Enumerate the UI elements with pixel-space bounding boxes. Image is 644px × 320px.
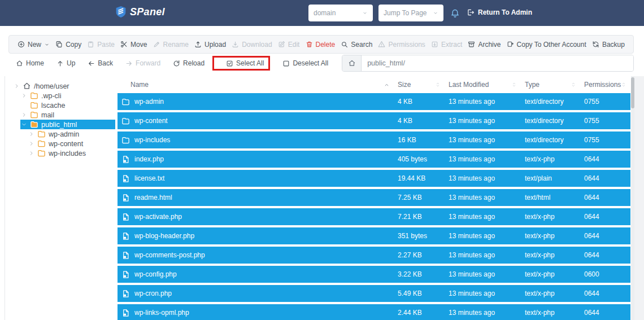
file-name: readme.html <box>134 194 172 201</box>
cell-size: 19.44 KB <box>398 174 449 182</box>
cell-permissions: 0644 <box>584 213 630 221</box>
file-row-wp-admin[interactable]: wp-admin4 KB13 minutes agotext/directory… <box>118 93 630 110</box>
cell-name: wp-includes <box>118 136 398 144</box>
expand-toggle[interactable] <box>28 141 34 146</box>
file-row-license-txt[interactable]: license.txt19.44 KB13 minutes agotext/pl… <box>118 170 630 187</box>
cell-file-type: text/html <box>525 194 584 201</box>
nav-label-up: Up <box>67 59 75 67</box>
nav-button-reload[interactable]: Reload <box>173 59 204 67</box>
toolbar-button-backup[interactable]: Backup <box>592 41 625 49</box>
chevron-right-icon <box>29 131 34 137</box>
file-icon <box>121 290 130 298</box>
file-row-index-php[interactable]: index.php405 bytes13 minutes agotext/x-p… <box>118 151 630 168</box>
current-path-input[interactable] <box>362 55 633 71</box>
toolbar-button-edit[interactable]: Edit <box>278 41 300 49</box>
nav-button-home[interactable]: Home <box>16 59 44 67</box>
domain-select[interactable]: domain <box>308 5 373 21</box>
toolbar-button-extract[interactable]: Extract <box>431 41 462 49</box>
jump-to-page-select[interactable]: Jump To Page <box>378 5 443 21</box>
toolbar-button-rename[interactable]: Rename <box>153 41 189 49</box>
toolbar-button-copy[interactable]: Copy <box>55 41 81 49</box>
toolbar-button-delete[interactable]: Delete <box>306 41 336 49</box>
toolbar-label-edit: Edit <box>288 41 300 49</box>
sort-icon <box>621 82 626 87</box>
toolbar-label-rename: Rename <box>163 41 189 49</box>
file-row-wp-includes[interactable]: wp-includes16 KB13 minutes agotext/direc… <box>118 131 630 148</box>
tree-item-public-html[interactable]: public_html <box>5 120 115 129</box>
toolbar-button-search[interactable]: Search <box>341 41 372 49</box>
toolbar-label-archive: Archive <box>478 41 501 49</box>
tree-item-home-user[interactable]: /home/user <box>5 81 115 91</box>
toolbar-button-archive[interactable]: Archive <box>468 41 501 49</box>
toolbar-button-paste[interactable]: Paste <box>87 41 115 49</box>
tree-item-body: /home/user <box>13 81 115 91</box>
chevron-right-icon <box>21 93 27 98</box>
column-header-permissions[interactable]: Permissions <box>584 81 630 89</box>
notifications-bell-button[interactable] <box>450 8 460 20</box>
tree-item-wp-content[interactable]: wp-content <box>5 139 115 148</box>
file-name: wp-content <box>134 117 168 125</box>
expand-toggle[interactable] <box>20 112 27 117</box>
expand-toggle[interactable] <box>28 131 34 137</box>
expand-toggle[interactable] <box>20 93 27 98</box>
tree-item-lscache[interactable]: lscache <box>5 100 115 110</box>
extract-icon <box>431 41 438 48</box>
column-header-last-modified[interactable]: Last Modified <box>449 81 525 89</box>
expand-toggle[interactable] <box>13 84 20 89</box>
nav-button-forward[interactable]: Forward <box>125 59 160 67</box>
file-row-wp-links-opml-php[interactable]: wp-links-opml.php2.44 KB13 minutes agote… <box>118 304 630 320</box>
expand-toggle[interactable] <box>28 151 34 156</box>
collapse-toggle[interactable] <box>20 122 27 127</box>
folder-icon <box>37 130 46 138</box>
chevron-down-icon <box>21 122 27 127</box>
search-icon <box>341 41 348 48</box>
cell-last-modified: 13 minutes ago <box>449 194 525 201</box>
cell-permissions: 0600 <box>584 270 630 278</box>
cell-last-modified: 13 minutes ago <box>449 117 525 125</box>
chevron-right-icon <box>21 112 27 117</box>
chevron-right-icon <box>29 151 34 156</box>
nav-button-back[interactable]: Back <box>88 59 113 67</box>
file-row-wp-comments-post-php[interactable]: wp-comments-post.php2.27 KB13 minutes ag… <box>118 247 630 264</box>
toolbar-button-download[interactable]: Download <box>232 41 272 49</box>
folder-icon <box>30 91 38 100</box>
nav-button-up[interactable]: Up <box>56 59 75 67</box>
toolbar-button-permissions[interactable]: Permissions <box>378 41 425 49</box>
file-row-wp-blog-header-php[interactable]: wp-blog-header.php351 bytes13 minutes ag… <box>118 227 630 244</box>
chevron-down-icon <box>362 10 368 16</box>
tree-item-wp-cli[interactable]: .wp-cli <box>5 91 115 100</box>
toolbar-label-extract: Extract <box>441 41 462 49</box>
nav-button-deselect-all[interactable]: Deselect All <box>282 59 328 67</box>
cell-name: license.txt <box>118 174 398 183</box>
toolbar-button-copy-to-other-account[interactable]: Copy To Other Account <box>507 41 586 49</box>
column-header-type[interactable]: Type <box>525 81 584 89</box>
reload-icon <box>173 60 180 67</box>
file-row-wp-config-php[interactable]: wp-config.php3.22 KB13 minutes agotext/x… <box>118 266 630 283</box>
tree-item-wp-admin[interactable]: wp-admin <box>5 129 115 139</box>
file-name: wp-activate.php <box>134 213 182 221</box>
cell-size: 351 bytes <box>398 232 449 240</box>
nav-button-select-all[interactable]: Select All <box>226 59 264 67</box>
tree-item-label: mail <box>41 111 54 119</box>
cell-name: wp-links-opml.php <box>118 309 398 317</box>
toolbar-button-new[interactable]: New <box>18 41 50 49</box>
file-row-wp-cron-php[interactable]: wp-cron.php5.49 KB13 minutes agotext/x-p… <box>118 285 630 302</box>
return-to-admin-button[interactable]: Return To Admin <box>467 8 532 16</box>
tree-item-mail[interactable]: mail <box>5 110 115 120</box>
plus-circle-icon <box>18 41 25 48</box>
file-row-wp-content[interactable]: wp-content4 KB13 minutes agotext/directo… <box>118 112 630 129</box>
sort-asc-icon <box>384 82 390 88</box>
toolbar-button-upload[interactable]: Upload <box>194 41 226 49</box>
chevron-down-icon <box>44 42 50 47</box>
file-row-readme-html[interactable]: readme.html7.25 KB13 minutes agotext/htm… <box>118 189 630 206</box>
archive-icon <box>468 41 475 48</box>
cell-name: wp-comments-post.php <box>118 251 398 260</box>
column-header-name[interactable]: Name <box>118 81 398 89</box>
file-row-wp-activate-php[interactable]: wp-activate.php7.21 KB13 minutes agotext… <box>118 208 630 225</box>
tree-item-wp-includes[interactable]: wp-includes <box>5 148 115 158</box>
cell-permissions: 0644 <box>584 155 630 163</box>
toolbar-button-move[interactable]: Move <box>120 41 147 49</box>
arrow-right-icon <box>125 60 133 67</box>
column-header-size[interactable]: Size <box>398 81 449 89</box>
file-name: license.txt <box>134 174 164 182</box>
